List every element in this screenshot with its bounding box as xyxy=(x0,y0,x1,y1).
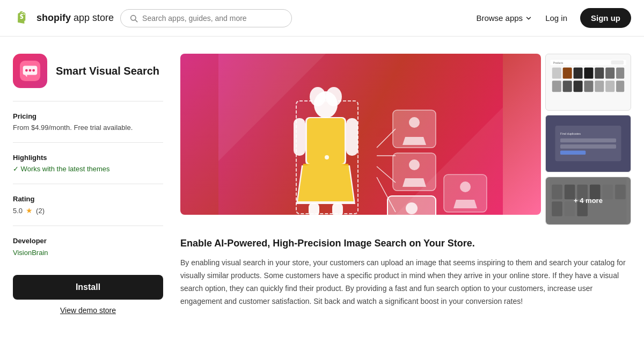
highlights-label: Highlights xyxy=(13,154,163,162)
pricing-section: Pricing From $4.99/month. Free trial ava… xyxy=(13,112,163,132)
svg-point-7 xyxy=(32,69,35,72)
svg-line-2 xyxy=(135,20,137,22)
svg-marker-33 xyxy=(402,178,426,187)
logo: shopify app store xyxy=(13,9,114,28)
svg-rect-47 xyxy=(584,68,593,79)
svg-rect-18 xyxy=(309,203,319,215)
divider-2 xyxy=(13,142,163,143)
content-area: Products xyxy=(180,54,631,315)
divider-4 xyxy=(13,226,163,226)
svg-rect-19 xyxy=(332,203,343,215)
svg-point-32 xyxy=(409,159,420,170)
svg-point-23 xyxy=(325,155,329,159)
screenshot-1-image: Products xyxy=(550,59,626,106)
logo-text: shopify app store xyxy=(36,12,114,24)
main-content: Smart Visual Search Pricing From $4.99/m… xyxy=(0,37,644,332)
app-icon-visual xyxy=(20,61,40,81)
hero-image xyxy=(180,54,541,215)
svg-rect-16 xyxy=(294,118,305,156)
chevron-down-icon xyxy=(525,14,532,22)
svg-point-6 xyxy=(29,69,32,72)
main-screenshot[interactable] xyxy=(180,54,541,215)
app-description: Enable AI-Powered, High-Precision Image … xyxy=(180,238,631,308)
app-name: Smart Visual Search xyxy=(56,64,159,78)
rating-count: (2) xyxy=(36,207,45,215)
rating-label: Rating xyxy=(13,195,163,203)
browse-apps-button[interactable]: Browse apps xyxy=(476,13,532,23)
svg-rect-53 xyxy=(574,81,583,92)
star-icon: ★ xyxy=(26,206,33,215)
developer-label: Developer xyxy=(13,237,163,245)
highlights-value: ✓ Works with the latest themes xyxy=(13,165,163,173)
svg-rect-49 xyxy=(605,68,614,79)
search-input[interactable] xyxy=(142,14,283,23)
svg-rect-50 xyxy=(616,68,624,79)
svg-rect-48 xyxy=(595,68,604,79)
svg-rect-46 xyxy=(574,68,583,79)
svg-rect-54 xyxy=(584,81,593,92)
svg-point-29 xyxy=(409,117,420,128)
svg-point-13 xyxy=(326,87,342,106)
svg-marker-21 xyxy=(298,164,354,201)
svg-text:Products: Products xyxy=(553,62,564,64)
developer-link[interactable]: VisionBrain xyxy=(13,249,48,257)
screenshots-grid: Products xyxy=(180,54,631,225)
svg-rect-52 xyxy=(563,81,572,92)
side-screenshots: Products xyxy=(545,54,631,225)
svg-marker-30 xyxy=(402,137,426,145)
svg-rect-62 xyxy=(560,144,616,149)
highlights-section: Highlights ✓ Works with the latest theme… xyxy=(13,154,163,173)
header: shopify app store Browse apps Log in Sig… xyxy=(0,0,644,37)
header-left: shopify app store xyxy=(13,9,292,28)
side-screenshot-1[interactable]: Products xyxy=(545,54,631,111)
svg-rect-45 xyxy=(563,68,572,79)
svg-rect-59 xyxy=(555,126,621,161)
divider-1 xyxy=(13,101,163,101)
header-nav: Browse apps Log in Sign up xyxy=(476,8,631,28)
pricing-label: Pricing xyxy=(13,112,163,120)
developer-section: Developer VisionBrain xyxy=(13,237,163,257)
rating-row: 5.0 ★ (2) xyxy=(13,206,163,215)
svg-rect-51 xyxy=(552,81,561,92)
svg-marker-39 xyxy=(453,200,477,208)
svg-point-12 xyxy=(310,87,326,106)
side-screenshot-3[interactable]: + 4 more xyxy=(545,177,631,225)
view-demo-button[interactable]: View demo store xyxy=(13,306,163,315)
install-button[interactable]: Install xyxy=(13,275,163,300)
svg-text:Find duplicates: Find duplicates xyxy=(560,132,581,135)
signup-button[interactable]: Sign up xyxy=(580,8,631,28)
svg-rect-61 xyxy=(560,139,616,143)
svg-rect-55 xyxy=(595,81,604,92)
svg-rect-57 xyxy=(616,81,624,92)
search-icon xyxy=(129,14,138,23)
svg-point-38 xyxy=(460,181,471,192)
pricing-value: From $4.99/month. Free trial available. xyxy=(13,123,163,132)
login-button[interactable]: Log in xyxy=(545,13,567,23)
shopify-logo-icon xyxy=(13,9,32,28)
sidebar: Smart Visual Search Pricing From $4.99/m… xyxy=(13,54,163,315)
app-icon xyxy=(13,54,47,88)
side-screenshot-2[interactable]: Find duplicates xyxy=(545,115,631,172)
svg-point-35 xyxy=(406,202,418,214)
app-header: Smart Visual Search xyxy=(13,54,163,88)
search-bar[interactable] xyxy=(120,9,292,27)
svg-rect-43 xyxy=(611,60,624,64)
svg-rect-63 xyxy=(560,151,586,155)
screenshot-2-image: Find duplicates xyxy=(550,120,626,167)
svg-rect-17 xyxy=(346,118,358,156)
rating-value: 5.0 xyxy=(13,207,23,215)
divider-3 xyxy=(13,184,163,184)
more-screenshots-overlay[interactable]: + 4 more xyxy=(546,177,631,224)
svg-rect-56 xyxy=(605,81,614,92)
svg-rect-44 xyxy=(552,68,561,79)
rating-section: Rating 5.0 ★ (2) xyxy=(13,195,163,215)
svg-point-5 xyxy=(25,69,28,72)
description-title: Enable AI-Powered, High-Precision Image … xyxy=(180,238,631,249)
description-body: By enabling visual search in your store,… xyxy=(180,257,631,308)
